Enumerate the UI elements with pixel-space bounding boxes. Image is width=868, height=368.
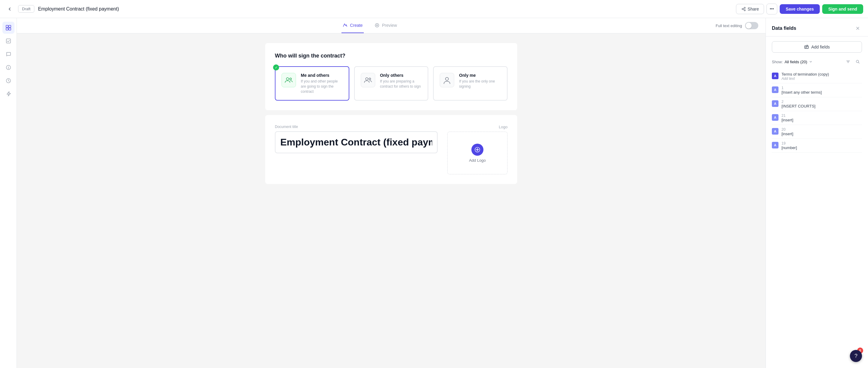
- field-number: 2: [781, 100, 862, 104]
- field-item: A 2 [INSERT COURTS]: [772, 97, 862, 111]
- svg-point-18: [445, 77, 448, 80]
- tab-preview-label: Preview: [382, 23, 397, 28]
- field-type-icon: A: [772, 142, 778, 148]
- panel-title: Data fields: [772, 26, 796, 31]
- signing-option-me-and-others[interactable]: ✓ Me and others If you and other pe: [275, 66, 349, 101]
- back-button[interactable]: [5, 4, 14, 14]
- signing-option-only-me[interactable]: Only me If you are the only one signing: [433, 66, 507, 101]
- tab-create[interactable]: Create: [341, 18, 364, 33]
- share-button[interactable]: Share: [736, 4, 764, 14]
- more-options-button[interactable]: •••: [767, 4, 777, 14]
- show-filter: Show: All fields (20): [772, 58, 862, 66]
- topbar: Draft Employment Contract (fixed payment…: [0, 0, 868, 18]
- help-icon: ?: [855, 353, 858, 359]
- sidebar-item-layout[interactable]: [2, 22, 14, 34]
- svg-rect-8: [9, 28, 11, 30]
- tab-bar: Create Preview Full text editing: [17, 18, 766, 33]
- more-icon: •••: [770, 7, 774, 11]
- field-number: 1: [781, 86, 862, 90]
- add-fields-button[interactable]: Add fields: [772, 41, 862, 53]
- signing-option-only-others[interactable]: Only others If you are preparing a contr…: [354, 66, 429, 101]
- sidebar-item-check[interactable]: [2, 35, 14, 47]
- field-type-icon: A: [772, 114, 778, 121]
- tab-preview[interactable]: Preview: [373, 18, 398, 33]
- document-title: Employment Contract (fixed payment): [38, 6, 732, 12]
- field-name[interactable]: [number]: [781, 145, 862, 150]
- only-me-icon: [440, 73, 454, 87]
- svg-rect-5: [6, 25, 8, 27]
- add-logo-label: Add Logo: [469, 158, 486, 163]
- document-title-input[interactable]: [275, 131, 438, 153]
- svg-point-0: [742, 8, 743, 10]
- full-text-editing-label: Full text editing: [716, 24, 742, 28]
- document-section: Document title Logo: [265, 115, 517, 184]
- sign-and-send-button[interactable]: Sign and send: [822, 4, 863, 14]
- topbar-actions: Share ••• Save changes Sign and send: [736, 4, 863, 14]
- sidebar-item-lightning[interactable]: [2, 88, 14, 100]
- document-title-label: Document title: [275, 125, 438, 129]
- signing-options: ✓ Me and others If you and other pe: [275, 66, 507, 101]
- help-button[interactable]: ?: [850, 350, 862, 362]
- show-label: Show:: [772, 60, 783, 64]
- field-item: A 20 [insert]: [772, 125, 862, 139]
- field-item: A 1 [Insert any other terms]: [772, 83, 862, 97]
- logo-upload-icon: [471, 144, 484, 156]
- field-content: 20 [insert]: [781, 127, 862, 136]
- field-name[interactable]: [INSERT COURTS]: [781, 104, 862, 108]
- svg-point-15: [290, 78, 291, 80]
- full-text-editing: Full text editing: [716, 22, 758, 29]
- svg-point-14: [286, 78, 289, 80]
- svg-line-4: [743, 9, 744, 10]
- field-item: A Terms of termination (copy) Add text: [772, 70, 862, 83]
- me-and-others-label: Me and others: [301, 73, 343, 78]
- field-name[interactable]: [insert]: [781, 132, 862, 136]
- only-me-label: Only me: [459, 73, 501, 78]
- filter-value[interactable]: All fields (20): [784, 60, 807, 64]
- svg-rect-6: [9, 25, 11, 27]
- filter-icons: [844, 58, 862, 66]
- panel-close-button[interactable]: [854, 24, 862, 33]
- field-number: 21: [781, 113, 862, 118]
- svg-rect-20: [805, 46, 808, 48]
- sidebar-item-chat[interactable]: [2, 48, 14, 60]
- field-type-icon: A: [772, 87, 778, 93]
- field-item: A 21 [insert]: [772, 111, 862, 125]
- signing-section: Who will sign the contract? ✓: [265, 43, 517, 110]
- document-right-column: Logo Add Logo: [447, 125, 507, 174]
- only-others-icon: [361, 73, 375, 87]
- logo-placeholder[interactable]: Add Logo: [447, 132, 507, 174]
- draft-badge: Draft: [18, 5, 34, 13]
- filter-search-button[interactable]: [854, 58, 862, 66]
- svg-point-17: [369, 78, 371, 80]
- selected-check: ✓: [273, 64, 279, 70]
- logo-section: Add Logo: [447, 132, 507, 174]
- me-and-others-text: Me and others If you and other people ar…: [301, 73, 343, 94]
- sidebar-item-history[interactable]: [2, 75, 14, 87]
- add-fields-label: Add fields: [811, 44, 830, 49]
- field-name[interactable]: [insert]: [781, 118, 862, 122]
- svg-rect-9: [6, 39, 10, 43]
- panel-body: Add fields Show: All fields (20): [766, 36, 868, 368]
- document-section-row: Document title Logo: [275, 125, 507, 174]
- sidebar-item-info[interactable]: [2, 61, 14, 73]
- field-type-icon: A: [772, 73, 778, 79]
- filter-sort-button[interactable]: [844, 58, 852, 66]
- field-name[interactable]: [Insert any other terms]: [781, 90, 862, 95]
- only-me-text: Only me If you are the only one signing: [459, 73, 501, 89]
- only-others-text: Only others If you are preparing a contr…: [380, 73, 422, 89]
- chevron-down-icon: [809, 60, 812, 64]
- main-layout: Create Preview Full text editing: [0, 18, 868, 368]
- field-name[interactable]: Terms of termination (copy): [781, 72, 862, 76]
- svg-point-13: [376, 25, 378, 26]
- field-placeholder-text: Add text: [781, 76, 862, 81]
- document-content: Who will sign the contract? ✓: [255, 33, 527, 194]
- field-list: A Terms of termination (copy) Add text A…: [772, 70, 862, 153]
- svg-point-2: [744, 10, 745, 11]
- save-changes-button[interactable]: Save changes: [780, 4, 820, 14]
- svg-rect-7: [6, 28, 8, 30]
- field-content: Terms of termination (copy) Add text: [781, 72, 862, 81]
- content-area: Create Preview Full text editing: [17, 18, 766, 368]
- full-text-editing-toggle[interactable]: [745, 22, 758, 29]
- data-fields-panel: Data fields Add fields Show: All fi: [766, 18, 868, 368]
- field-content: 19 [number]: [781, 141, 862, 150]
